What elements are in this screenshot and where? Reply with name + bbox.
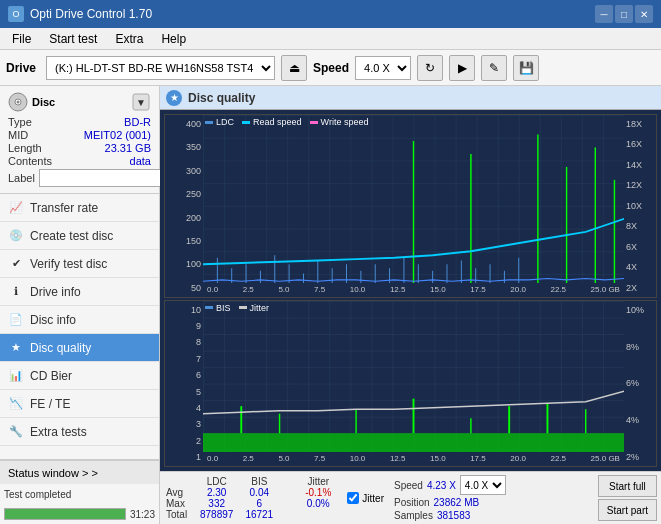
create-test-disc-icon: 💿 <box>8 228 24 244</box>
close-button[interactable]: ✕ <box>635 5 653 23</box>
fe-te-label: FE / TE <box>30 397 70 411</box>
speed-select[interactable]: 4.0 X <box>355 56 411 80</box>
start-buttons: Start full Start part <box>598 475 657 521</box>
verify-test-disc-label: Verify test disc <box>30 257 107 271</box>
sidebar-item-create-test-disc[interactable]: 💿 Create test disc <box>0 222 159 250</box>
avg-label: Avg <box>164 487 194 498</box>
disc-panel: Disc ▼ Type BD-R MID MEIT02 (001) Length… <box>0 86 159 194</box>
cd-bier-label: CD Bier <box>30 369 72 383</box>
cd-bier-icon: 📊 <box>8 368 24 384</box>
create-test-disc-label: Create test disc <box>30 229 113 243</box>
sidebar-item-transfer-rate[interactable]: 📈 Transfer rate <box>0 194 159 222</box>
status-text: Test completed <box>4 489 71 500</box>
label-key: Label <box>8 172 35 184</box>
chart2-svg <box>203 301 624 466</box>
title-bar-controls: ─ □ ✕ <box>595 5 653 23</box>
chart2-y-axis-right: 10% 8% 6% 4% 2% <box>624 301 656 466</box>
write-button[interactable]: ✎ <box>481 55 507 81</box>
content-area: ★ Disc quality 400 350 300 250 200 150 1… <box>160 86 661 524</box>
maximize-button[interactable]: □ <box>615 5 633 23</box>
drive-info-label: Drive info <box>30 285 81 299</box>
avg-bis: 0.04 <box>239 487 279 498</box>
status-progress-bar-row: 31:23 <box>0 504 159 524</box>
jitter-legend-dot <box>239 306 247 309</box>
speed-val: 4.23 X <box>427 480 456 491</box>
menu-bar: File Start test Extra Help <box>0 28 661 50</box>
disc-title: Disc <box>32 96 55 108</box>
start-full-button[interactable]: Start full <box>598 475 657 497</box>
refresh-button[interactable]: ↻ <box>417 55 443 81</box>
disc-quality-title: Disc quality <box>188 91 255 105</box>
bis-header: BIS <box>239 476 279 487</box>
fe-te-icon: 📉 <box>8 396 24 412</box>
start-part-button[interactable]: Start part <box>598 499 657 521</box>
disc-quality-header: ★ Disc quality <box>160 86 661 110</box>
disc-action-icon[interactable]: ▼ <box>131 92 151 112</box>
menu-extra[interactable]: Extra <box>107 30 151 48</box>
disc-info-grid: Type BD-R MID MEIT02 (001) Length 23.31 … <box>8 116 151 167</box>
disc-quality-label: Disc quality <box>30 341 91 355</box>
ldc-header: LDC <box>194 476 239 487</box>
sidebar-item-disc-info[interactable]: 📄 Disc info <box>0 306 159 334</box>
ldc-legend: LDC <box>205 117 234 127</box>
chart2-container: 10 9 8 7 6 5 4 3 2 1 BIS <box>164 300 657 467</box>
chart1-svg <box>203 115 624 297</box>
menu-file[interactable]: File <box>4 30 39 48</box>
disc-info-icon: 📄 <box>8 312 24 328</box>
chart2-xaxis: 0.0 2.5 5.0 7.5 10.0 12.5 15.0 17.5 20.0… <box>203 452 624 466</box>
max-ldc: 332 <box>194 498 239 509</box>
menu-start-test[interactable]: Start test <box>41 30 105 48</box>
chart1-inner: LDC Read speed Write speed <box>203 115 624 297</box>
bis-legend-dot <box>205 306 213 309</box>
contents-val: data <box>58 155 151 167</box>
label-input[interactable] <box>39 169 172 187</box>
speed-label: Speed <box>313 61 349 75</box>
eject-button[interactable]: ⏏ <box>281 55 307 81</box>
sidebar-item-fe-te[interactable]: 📉 FE / TE <box>0 390 159 418</box>
sidebar-item-extra-tests[interactable]: 🔧 Extra tests <box>0 418 159 446</box>
status-window-button[interactable]: Status window > > <box>0 460 159 484</box>
disc-header: Disc ▼ <box>8 92 151 112</box>
save-button[interactable]: 💾 <box>513 55 539 81</box>
sidebar-item-cd-bier[interactable]: 📊 CD Bier <box>0 362 159 390</box>
progress-bar-inner <box>5 509 125 519</box>
sidebar-item-verify-test-disc[interactable]: ✔ Verify test disc <box>0 250 159 278</box>
chart1-y-axis: 400 350 300 250 200 150 100 50 <box>165 115 203 297</box>
read-legend: Read speed <box>242 117 302 127</box>
stats-bar: LDC BIS Jitter Avg 2.30 0.04 -0.1% <box>160 471 661 524</box>
sidebar-item-disc-quality[interactable]: ★ Disc quality <box>0 334 159 362</box>
length-key: Length <box>8 142 52 154</box>
total-bis: 16721 <box>239 509 279 520</box>
disc-quality-icon: ★ <box>8 340 24 356</box>
speed-info: Speed 4.23 X 4.0 X Position 23862 MB Sam… <box>394 475 506 521</box>
sidebar-item-drive-info[interactable]: ℹ Drive info <box>0 278 159 306</box>
nav-list: 📈 Transfer rate 💿 Create test disc ✔ Ver… <box>0 194 159 459</box>
jitter-header: Jitter <box>299 476 337 487</box>
transfer-rate-icon: 📈 <box>8 200 24 216</box>
drive-select[interactable]: (K:) HL-DT-ST BD-RE WH16NS58 TST4 <box>46 56 275 80</box>
contents-key: Contents <box>8 155 52 167</box>
svg-point-2 <box>17 101 20 104</box>
drive-toolbar: Drive (K:) HL-DT-ST BD-RE WH16NS58 TST4 … <box>0 50 661 86</box>
jitter-section: Jitter <box>347 492 384 504</box>
chart1-container: 400 350 300 250 200 150 100 50 LDC <box>164 114 657 298</box>
verify-test-disc-icon: ✔ <box>8 256 24 272</box>
chart1-legend: LDC Read speed Write speed <box>205 117 368 127</box>
read-button[interactable]: ▶ <box>449 55 475 81</box>
bis-legend: BIS <box>205 303 231 313</box>
max-bis: 6 <box>239 498 279 509</box>
disc-quality-header-icon: ★ <box>166 90 182 106</box>
jitter-checkbox[interactable] <box>347 492 359 504</box>
main-layout: Disc ▼ Type BD-R MID MEIT02 (001) Length… <box>0 86 661 524</box>
menu-help[interactable]: Help <box>153 30 194 48</box>
app-icon: O <box>8 6 24 22</box>
minimize-button[interactable]: ─ <box>595 5 613 23</box>
mid-key: MID <box>8 129 52 141</box>
extra-tests-label: Extra tests <box>30 425 87 439</box>
disc-info-label: Disc info <box>30 313 76 327</box>
speed-key: Speed <box>394 480 423 491</box>
avg-jitter: -0.1% <box>299 487 337 498</box>
speed-select-right[interactable]: 4.0 X <box>460 475 506 495</box>
title-bar-left: O Opti Drive Control 1.70 <box>8 6 152 22</box>
svg-text:▼: ▼ <box>136 97 146 108</box>
